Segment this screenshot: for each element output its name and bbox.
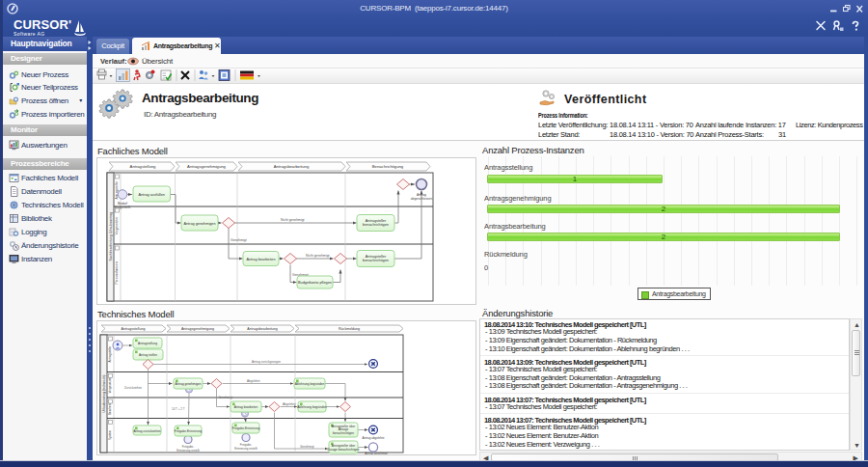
- svg-text:Antragsgenehmigung: Antragsgenehmigung: [187, 164, 226, 169]
- svg-text:Antrag bearbeiten: Antrag bearbeiten: [246, 258, 275, 261]
- svg-text:Zusage benachrichtigen: Zusage benachrichtigen: [327, 448, 359, 452]
- svg-text:Vorgesetzter: Vorgesetzter: [108, 377, 112, 394]
- svg-text:Antragsgenehmigung: Antragsgenehmigung: [181, 327, 214, 331]
- svg-text:Antragsteller: Antragsteller: [115, 180, 119, 200]
- svg-text:Sachbearbeitung Urlaubsantrag: Sachbearbeitung Urlaubsantrag: [109, 212, 113, 261]
- svg-text:Antragsbearbeitung: Antragsbearbeitung: [247, 327, 277, 331]
- svg-text:benachrichtigen: benachrichtigen: [363, 259, 389, 262]
- svg-text:Benachrichtigung: Benachrichtigung: [372, 164, 404, 169]
- svg-text:Freigabe-Erinnerung: Freigabe-Erinnerung: [232, 426, 260, 430]
- svg-text:benachrichtigen: benachrichtigen: [363, 223, 389, 227]
- svg-text:Antrag bearbeiten: Antrag bearbeiten: [234, 405, 258, 409]
- svg-text:Ablehnung begründen: Ablehnung begründen: [297, 405, 327, 409]
- svg-text:Abgelehnt: Abgelehnt: [283, 402, 296, 406]
- svg-text:Antrag zurückgezogen: Antrag zurückgezogen: [252, 360, 281, 364]
- svg-text:Budgetkonto pflegen: Budgetkonto pflegen: [298, 281, 332, 285]
- svg-text:Antrag zurückziehen: Antrag zurückziehen: [133, 429, 160, 433]
- svg-text:Antrag genehmigt: Antrag genehmigt: [365, 452, 388, 455]
- svg-text:Freigabe-Erinnerung: Freigabe-Erinnerung: [175, 429, 203, 433]
- svg-text:Nicht genehmigt: Nicht genehmigt: [281, 218, 305, 222]
- svg-text:Antragstellung: Antragstellung: [130, 164, 156, 169]
- svg-text:benachrichtigen: benachrichtigen: [333, 431, 354, 435]
- svg-text:Antragsteller: Antragsteller: [366, 255, 387, 259]
- svg-text:System: System: [108, 430, 112, 441]
- svg-text:Abgelehnt: Abgelehnt: [247, 379, 260, 383]
- svg-text:Antrag ausfüllen: Antrag ausfüllen: [138, 193, 164, 197]
- svg-text:Antrag stellen: Antrag stellen: [139, 353, 157, 357]
- svg-text:Antrag genehmigen: Antrag genehmigen: [175, 382, 201, 386]
- svg-text:Nicht genehmigt: Nicht genehmigt: [306, 254, 330, 258]
- svg-text:Antragsstellung: Antragsstellung: [122, 327, 146, 331]
- svg-text:Genehmigt: Genehmigt: [219, 396, 233, 399]
- svg-text:Vorgesetzter: Vorgesetzter: [115, 216, 119, 235]
- svg-text:abgeschlossen: abgeschlossen: [411, 197, 433, 201]
- svg-text:Ablehnung begründen: Ablehnung begründen: [295, 382, 325, 386]
- svg-text:Antrag abgelehnt: Antrag abgelehnt: [363, 436, 385, 440]
- svg-text:Zurückziehen: Zurückziehen: [124, 386, 142, 390]
- svg-text:Genehmigt: Genehmigt: [231, 238, 247, 242]
- svg-text:14 T + 2 T: 14 T + 2 T: [172, 407, 185, 411]
- svg-text:Antrag genehmigen: Antrag genehmigen: [183, 222, 215, 226]
- svg-text:Erinnerung erstellt: Erinnerung erstellt: [176, 449, 200, 453]
- svg-text:Genehmigt: Genehmigt: [300, 445, 314, 449]
- svg-text:Antragsbearbeitung: Antragsbearbeitung: [274, 164, 310, 169]
- svg-text:Urlaubsantrag (technisch): Urlaubsantrag (technisch): [102, 375, 106, 413]
- svg-text:Antragstellung: Antragstellung: [138, 342, 157, 345]
- svg-text:Antragsteller: Antragsteller: [108, 346, 112, 363]
- svg-text:Erinnerung erstellt: Erinnerung erstellt: [234, 447, 258, 451]
- svg-text:festgestellt: festgestellt: [115, 206, 130, 209]
- svg-text:Antragsteller: Antragsteller: [366, 219, 387, 223]
- svg-text:Personalwesen: Personalwesen: [115, 261, 119, 284]
- svg-text:Rückmeldung: Rückmeldung: [339, 327, 360, 331]
